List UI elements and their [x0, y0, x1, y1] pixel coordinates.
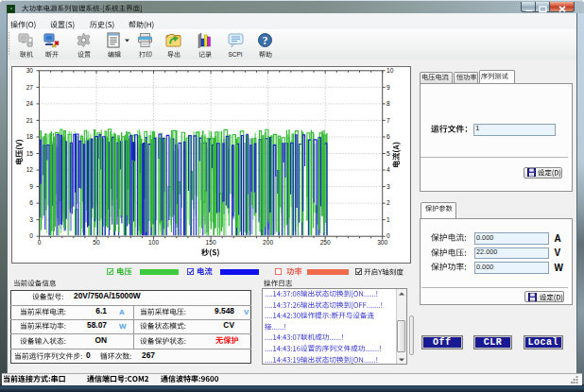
svg-text:?: ?: [263, 34, 268, 47]
